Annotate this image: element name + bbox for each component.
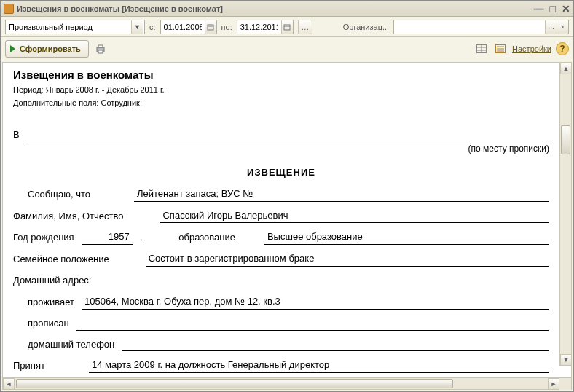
list-icon xyxy=(495,44,506,53)
app-icon xyxy=(4,4,14,14)
lives-label: проживает xyxy=(28,296,74,310)
date-from-picker-button[interactable] xyxy=(205,20,216,34)
settings-link[interactable]: Настройки xyxy=(512,44,551,53)
horizontal-scrollbar[interactable]: ◄ ► xyxy=(3,377,571,389)
calendar-icon xyxy=(207,23,214,31)
inform-label: Сообщаю, что xyxy=(28,188,90,202)
play-icon xyxy=(10,45,15,52)
svg-rect-6 xyxy=(98,50,103,53)
table-view-button[interactable] xyxy=(474,42,489,56)
doc-period-line: Период: Январь 2008 г. - Декабрь 2011 г. xyxy=(13,85,549,96)
close-button[interactable]: ✕ xyxy=(562,3,570,15)
hscroll-track[interactable] xyxy=(15,378,548,389)
doc-extra-line: Дополнительные поля: Сотрудник; xyxy=(13,98,549,109)
reg-value xyxy=(76,319,549,331)
help-button[interactable]: ? xyxy=(556,42,569,55)
date-to-input[interactable] xyxy=(237,20,281,34)
scroll-right-button[interactable]: ► xyxy=(548,378,559,390)
scroll-corner xyxy=(559,378,571,390)
date-to[interactable] xyxy=(237,20,294,34)
date-to-picker-button[interactable] xyxy=(281,20,293,34)
period-dropdown-button[interactable]: ▼ xyxy=(131,20,143,34)
svg-rect-2 xyxy=(284,25,290,30)
inform-value: Лейтенант запаса; ВУС № xyxy=(134,187,549,202)
fio-value: Спасский Игорь Валерьевич xyxy=(160,209,549,224)
hired-value: 14 марта 2009 г. на должность Генеральны… xyxy=(89,358,549,373)
hscroll-thumb[interactable] xyxy=(16,379,453,388)
minimize-button[interactable]: — xyxy=(534,3,544,15)
birth-value: 1957 xyxy=(82,230,133,245)
hired-label: Принят xyxy=(13,359,45,373)
edu-value: Высшее образование xyxy=(264,230,549,245)
org-select-button[interactable]: … xyxy=(545,20,557,34)
scroll-left-button[interactable]: ◄ xyxy=(3,378,15,390)
org-label: Организац... xyxy=(343,23,389,31)
table-icon xyxy=(476,44,487,53)
filter-toolbar: ▼ с: по: … Организац... … × xyxy=(1,17,573,37)
edu-label: образование xyxy=(178,231,235,245)
fio-label: Фамилия, Имя, Отчество xyxy=(13,210,123,224)
org-clear-button[interactable]: × xyxy=(557,20,568,34)
action-toolbar: Сформировать Настройки ? xyxy=(1,37,573,60)
print-button[interactable] xyxy=(93,42,108,56)
app-window: Извещения в военкоматы [Извещение в воен… xyxy=(0,0,574,392)
scroll-down-button[interactable]: ▼ xyxy=(560,354,571,366)
reg-label: прописан xyxy=(28,317,69,331)
doc-heading: Извещения в военкоматы xyxy=(13,67,549,83)
svg-rect-5 xyxy=(98,45,103,47)
org-combo[interactable]: … × xyxy=(393,20,569,34)
date-from[interactable] xyxy=(160,20,217,34)
document: Извещения в военкоматы Период: Январь 20… xyxy=(3,63,559,377)
to-label: по: xyxy=(221,23,232,31)
vertical-scrollbar[interactable]: ▲ ▼ xyxy=(559,63,571,366)
date-from-input[interactable] xyxy=(161,20,205,34)
generate-button-label: Сформировать xyxy=(20,44,81,53)
svg-rect-0 xyxy=(208,25,213,30)
to-field-value xyxy=(27,130,549,141)
printer-icon xyxy=(95,43,106,55)
marital-value: Состоит в зарегистрированном браке xyxy=(146,252,549,267)
period-combo[interactable]: ▼ xyxy=(5,20,145,34)
vscroll-thumb[interactable] xyxy=(561,125,570,154)
phone-value xyxy=(122,340,549,351)
period-select-button[interactable]: … xyxy=(298,20,312,34)
document-area: Извещения в военкоматы Период: Январь 20… xyxy=(1,60,573,391)
scroll-up-button[interactable]: ▲ xyxy=(560,63,571,74)
generate-button[interactable]: Сформировать xyxy=(5,40,89,58)
org-input[interactable] xyxy=(394,20,545,34)
lives-value: 105064, Москва г, Обуха пер, дом № 12, к… xyxy=(82,295,549,310)
period-input[interactable] xyxy=(6,20,131,34)
doc-title: ИЗВЕЩЕНИЕ xyxy=(13,166,549,180)
titlebar: Извещения в военкоматы [Извещение в воен… xyxy=(1,1,573,17)
marital-label: Семейное положение xyxy=(13,253,109,267)
birth-comma: , xyxy=(140,231,143,245)
from-label: с: xyxy=(149,23,156,31)
window-title: Извещения в военкоматы [Извещение в воен… xyxy=(17,4,534,13)
phone-label: домашний телефон xyxy=(28,338,114,352)
calendar-icon xyxy=(283,23,291,31)
birth-label: Год рождения xyxy=(13,231,74,245)
list-view-button[interactable] xyxy=(493,42,508,56)
vscroll-track[interactable] xyxy=(560,74,571,354)
addr-heading: Домашний адрес: xyxy=(13,274,549,288)
maximize-button[interactable]: □ xyxy=(550,3,556,15)
place-note: (по месту прописки) xyxy=(13,143,549,155)
to-field-label: В xyxy=(13,128,20,142)
